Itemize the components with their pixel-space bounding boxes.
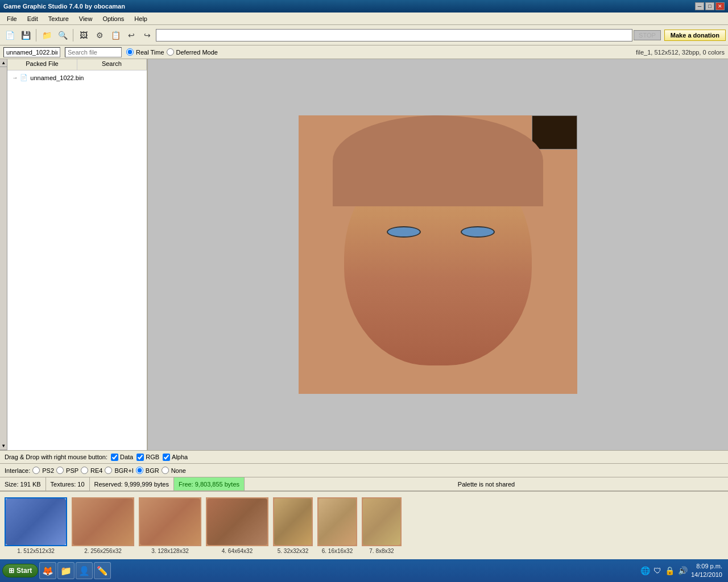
textures-segment: Textures: 10 <box>46 477 90 490</box>
interlace-psp-label: PSP <box>66 467 78 474</box>
systray-security-icon[interactable]: 🛡 <box>653 566 661 575</box>
packed-file-tab[interactable]: Packed File <box>7 59 77 70</box>
thumb-image-4 <box>273 497 313 546</box>
mode-radio-group: Real Time Deferred Mode <box>126 48 218 56</box>
interlace-re4[interactable] <box>81 467 88 474</box>
rgb-checkbox-item: RGB <box>136 454 159 461</box>
taskbar-pencil-icon[interactable]: ✏️ <box>94 562 111 579</box>
textures-label: Textures: 10 <box>51 481 85 488</box>
search-tab[interactable]: Search <box>77 59 147 70</box>
thumb-image-6 <box>362 497 402 546</box>
thumb-image-0 <box>5 497 67 546</box>
interlace-psp[interactable] <box>56 467 64 474</box>
stop-button[interactable]: STOP <box>634 30 661 40</box>
data-checkbox[interactable] <box>111 454 118 461</box>
interlace-bgr[interactable] <box>136 467 143 474</box>
search-file-input[interactable] <box>65 47 122 57</box>
toolbar: 📄 💾 📁 🔍 🖼 ⚙ 📋 ↩ ↪ STOP Make a donation <box>0 25 728 45</box>
filename-input[interactable] <box>3 47 60 57</box>
toolbar-icon5[interactable]: ↪ <box>140 28 155 43</box>
tree-item-file[interactable]: → 📄 unnamed_1022.bin <box>10 73 144 82</box>
taskbar-right: 🌐 🛡 🔒 🔊 8:09 p.m. 14/12/2010 <box>640 562 726 580</box>
donate-button[interactable]: Make a donation <box>664 30 726 41</box>
toolbar-icon1[interactable]: 🖼 <box>76 28 91 43</box>
interlace-none[interactable] <box>162 467 169 474</box>
start-button[interactable]: ⊞ Start <box>2 564 38 577</box>
realtime-radio[interactable] <box>126 48 134 56</box>
clock-time: 8:09 p.m. <box>691 562 722 571</box>
reserved-segment: Reserved: 9,999,999 bytes <box>90 477 174 490</box>
interlace-none-label: None <box>171 467 186 474</box>
toolbar-open[interactable]: 📁 <box>39 28 54 43</box>
thumb-face-5 <box>318 498 356 545</box>
start-orb-icon: ⊞ <box>9 567 14 575</box>
face-head-top <box>333 115 543 206</box>
thumb-item-1[interactable]: 2. 256x256x32 <box>72 497 134 554</box>
thumb-item-5[interactable]: 6. 16x16x32 <box>317 497 357 554</box>
menu-help[interactable]: Help <box>130 14 152 23</box>
sidebar-scroll-down[interactable]: ▼ <box>0 442 7 450</box>
systray-network-icon[interactable]: 🌐 <box>640 566 650 575</box>
toolbar-icon4[interactable]: ↩ <box>124 28 139 43</box>
taskbar-user-icon[interactable]: 👤 <box>76 562 93 579</box>
size-label: Size: 191 KB <box>5 481 41 488</box>
thumb-face-4 <box>274 498 312 545</box>
systray-antivirus-icon[interactable]: 🔒 <box>665 566 675 575</box>
thumb-label-2: 3. 128x128x32 <box>151 548 189 554</box>
menu-bar: File Edit Texture View Options Help <box>0 13 728 25</box>
maximize-button[interactable]: □ <box>705 2 714 10</box>
interlace-bgri-label: BGR+I <box>114 467 133 474</box>
thumb-item-3[interactable]: 4. 64x64x32 <box>206 497 268 554</box>
deferred-radio[interactable] <box>167 48 174 56</box>
taskbar-explorer-icon[interactable]: 📁 <box>57 562 75 579</box>
menu-options[interactable]: Options <box>98 14 129 23</box>
face-eye-left <box>387 226 421 238</box>
main-image-container: 📁 Open... Ctrl+N 💾 Save as... 🖊 Edit in … <box>299 115 577 394</box>
dnd-label: Drag & Drop with right mouse button: <box>5 454 107 460</box>
menu-edit[interactable]: Edit <box>23 14 43 23</box>
interlace-bgri[interactable] <box>105 467 112 474</box>
sidebar-header: Packed File Search <box>7 59 147 70</box>
toolbar-new[interactable]: 📄 <box>2 28 17 43</box>
toolbar-sep2 <box>73 29 73 41</box>
sidebar-scroll-up[interactable]: ▲ <box>0 59 7 67</box>
toolbar-icon3[interactable]: 📋 <box>108 28 123 43</box>
menu-texture[interactable]: Texture <box>44 14 73 23</box>
toolbar-save[interactable]: 💾 <box>18 28 33 43</box>
image-thumbnail <box>532 115 577 149</box>
file-icon: 📄 <box>20 74 28 81</box>
minimize-button[interactable]: ─ <box>695 2 704 10</box>
thumb-item-6[interactable]: 7. 8x8x32 <box>362 497 402 554</box>
rgb-label: RGB <box>146 454 159 460</box>
sidebar: Packed File Search → 📄 unnamed_1022.bin <box>7 59 147 450</box>
realtime-label: Real Time <box>136 49 164 56</box>
interlace-ps2[interactable] <box>32 467 40 474</box>
menu-file[interactable]: File <box>2 14 22 23</box>
sidebar-wrapper: ▲ ▼ Packed File Search → 📄 unnamed_1022.… <box>0 59 148 450</box>
alpha-checkbox[interactable] <box>163 454 170 461</box>
toolbar-search-input[interactable] <box>156 29 632 41</box>
thumb-item-4[interactable]: 5. 32x32x32 <box>273 497 313 554</box>
taskbar-firefox-icon[interactable]: 🦊 <box>39 562 56 579</box>
thumb-label-4: 5. 32x32x32 <box>278 548 309 554</box>
thumb-face-1 <box>73 498 133 545</box>
tree-arrow: → <box>12 74 18 81</box>
thumb-item-0[interactable]: 1. 512x512x32 <box>5 497 67 554</box>
close-button[interactable]: ✕ <box>715 2 725 10</box>
systray-volume-icon[interactable]: 🔊 <box>678 566 688 575</box>
menu-view[interactable]: View <box>75 14 97 23</box>
thumb-label-1: 2. 256x256x32 <box>84 548 122 554</box>
tree-filename: unnamed_1022.bin <box>30 74 84 81</box>
toolbar-icon2[interactable]: ⚙ <box>92 28 107 43</box>
sidebar-tree: → 📄 unnamed_1022.bin <box>7 70 147 85</box>
face-eye-right <box>461 226 495 238</box>
title-bar: Game Graphic Studio 7.4.0 by obocaman ─ … <box>0 0 728 13</box>
toolbar-zoom[interactable]: 🔍 <box>55 28 70 43</box>
palette-segment: Palette is not shared <box>245 481 728 488</box>
canvas-area: 📁 Open... Ctrl+N 💾 Save as... 🖊 Edit in … <box>148 59 728 450</box>
rgb-checkbox[interactable] <box>136 454 144 461</box>
window-controls: ─ □ ✕ <box>695 2 725 10</box>
interlace-bar: Interlace: PS2 PSP RE4 BGR+I BGR None <box>0 464 728 477</box>
deferred-label: Deferred Mode <box>176 49 218 56</box>
thumb-item-2[interactable]: 3. 128x128x32 <box>139 497 201 554</box>
